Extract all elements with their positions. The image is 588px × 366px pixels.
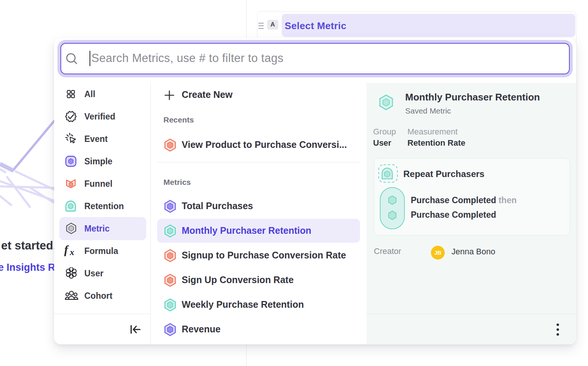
svg-text:x: x [69,247,74,257]
svg-text:f: f [64,244,69,256]
